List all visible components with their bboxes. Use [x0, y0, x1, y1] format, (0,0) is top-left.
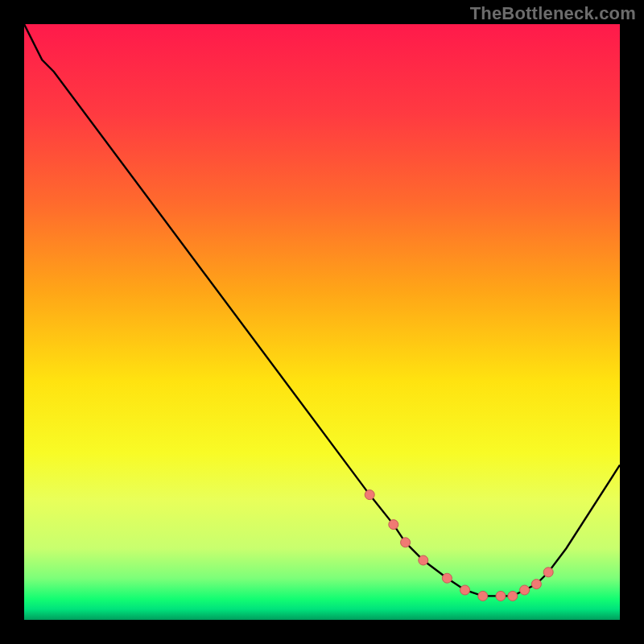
marker-point — [365, 490, 374, 500]
heatmap-background — [24, 24, 620, 620]
marker-point — [508, 591, 518, 601]
watermark-text: TheBottleneck.com — [470, 3, 636, 24]
marker-point — [478, 591, 488, 601]
marker-point — [460, 585, 470, 595]
marker-point — [419, 555, 428, 565]
marker-point — [401, 538, 411, 547]
marker-point — [496, 591, 506, 601]
marker-point — [531, 580, 541, 589]
marker-point — [389, 520, 398, 530]
marker-point — [543, 568, 553, 577]
chart-frame: TheBottleneck.com — [0, 0, 644, 644]
plot-area — [24, 24, 620, 620]
marker-point — [442, 573, 452, 583]
marker-point — [520, 585, 530, 595]
chart-svg — [24, 24, 620, 620]
